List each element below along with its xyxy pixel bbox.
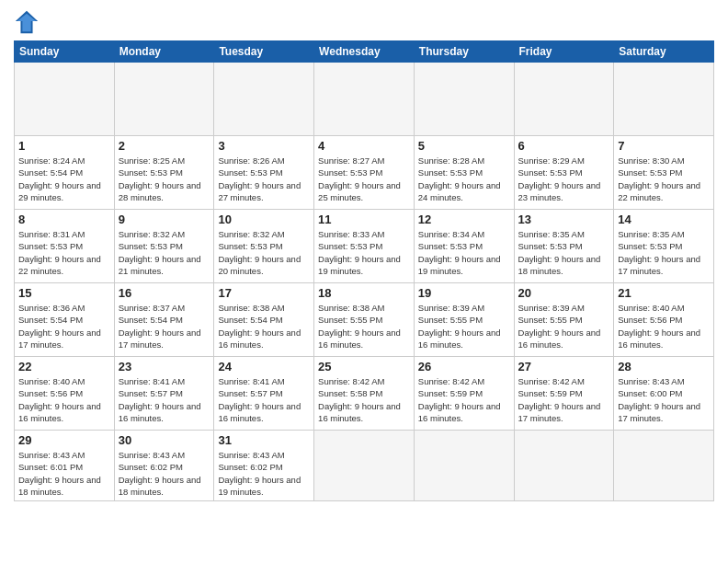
day-info: Sunrise: 8:40 AMSunset: 5:56 PMDaylight:… [618, 302, 710, 350]
day-number: 9 [119, 213, 210, 226]
day-number: 23 [119, 360, 210, 373]
day-number: 25 [318, 360, 410, 373]
day-number: 15 [18, 286, 110, 300]
day-info: Sunrise: 8:42 AMSunset: 5:59 PMDaylight:… [518, 375, 610, 424]
calendar-cell: 25Sunrise: 8:42 AMSunset: 5:58 PMDayligh… [314, 357, 415, 431]
day-header-monday: Monday [114, 41, 214, 63]
day-info: Sunrise: 8:24 AMSunset: 5:54 PMDaylight:… [18, 155, 110, 203]
calendar-cell: 11Sunrise: 8:33 AMSunset: 5:53 PMDayligh… [314, 210, 415, 283]
day-info: Sunrise: 8:37 AMSunset: 5:54 PMDaylight:… [119, 302, 210, 350]
calendar-cell: 29Sunrise: 8:43 AMSunset: 6:01 PMDayligh… [15, 431, 115, 501]
calendar-cell: 5Sunrise: 8:28 AMSunset: 5:53 PMDaylight… [414, 136, 514, 210]
calendar-cell: 3Sunrise: 8:26 AMSunset: 5:53 PMDaylight… [214, 136, 314, 210]
day-header-wednesday: Wednesday [314, 41, 415, 63]
day-number: 13 [518, 213, 610, 226]
calendar-cell: 30Sunrise: 8:43 AMSunset: 6:02 PMDayligh… [114, 431, 214, 501]
day-info: Sunrise: 8:43 AMSunset: 6:00 PMDaylight:… [618, 375, 710, 424]
day-info: Sunrise: 8:40 AMSunset: 5:56 PMDaylight:… [18, 375, 110, 424]
calendar-cell [614, 431, 714, 501]
calendar-cell: 24Sunrise: 8:41 AMSunset: 5:57 PMDayligh… [214, 357, 314, 431]
calendar-cell: 6Sunrise: 8:29 AMSunset: 5:53 PMDaylight… [514, 136, 614, 210]
day-info: Sunrise: 8:34 AMSunset: 5:53 PMDaylight:… [418, 228, 510, 277]
day-info: Sunrise: 8:35 AMSunset: 5:53 PMDaylight:… [518, 228, 610, 277]
calendar-cell: 18Sunrise: 8:38 AMSunset: 5:55 PMDayligh… [314, 283, 415, 357]
day-number: 18 [318, 286, 410, 300]
calendar-cell: 4Sunrise: 8:27 AMSunset: 5:53 PMDaylight… [314, 136, 415, 210]
calendar-cell: 19Sunrise: 8:39 AMSunset: 5:55 PMDayligh… [414, 283, 514, 357]
day-number: 4 [318, 139, 410, 153]
calendar-cell: 27Sunrise: 8:42 AMSunset: 5:59 PMDayligh… [514, 357, 614, 431]
header [14, 9, 714, 35]
week-row-3: 15Sunrise: 8:36 AMSunset: 5:54 PMDayligh… [15, 283, 714, 357]
day-info: Sunrise: 8:38 AMSunset: 5:54 PMDaylight:… [218, 302, 310, 350]
day-number: 3 [218, 139, 310, 153]
day-header-sunday: Sunday [15, 41, 115, 63]
calendar-cell: 28Sunrise: 8:43 AMSunset: 6:00 PMDayligh… [614, 357, 714, 431]
calendar-cell: 26Sunrise: 8:42 AMSunset: 5:59 PMDayligh… [414, 357, 514, 431]
calendar-cell: 22Sunrise: 8:40 AMSunset: 5:56 PMDayligh… [15, 357, 115, 431]
day-number: 20 [518, 286, 610, 300]
calendar-header: SundayMondayTuesdayWednesdayThursdayFrid… [15, 41, 714, 63]
day-header-tuesday: Tuesday [214, 41, 314, 63]
day-info: Sunrise: 8:32 AMSunset: 5:53 PMDaylight:… [119, 228, 210, 277]
day-number: 30 [119, 433, 210, 447]
day-number: 2 [119, 139, 210, 153]
calendar-cell [15, 63, 115, 136]
calendar-cell: 7Sunrise: 8:30 AMSunset: 5:53 PMDaylight… [614, 136, 714, 210]
day-info: Sunrise: 8:41 AMSunset: 5:57 PMDaylight:… [119, 375, 210, 424]
calendar-cell: 21Sunrise: 8:40 AMSunset: 5:56 PMDayligh… [614, 283, 714, 357]
calendar-cell: 1Sunrise: 8:24 AMSunset: 5:54 PMDaylight… [15, 136, 115, 210]
calendar-cell: 14Sunrise: 8:35 AMSunset: 5:53 PMDayligh… [614, 210, 714, 283]
day-number: 6 [518, 139, 610, 153]
calendar-cell: 12Sunrise: 8:34 AMSunset: 5:53 PMDayligh… [414, 210, 514, 283]
day-number: 22 [18, 360, 110, 373]
calendar-cell: 8Sunrise: 8:31 AMSunset: 5:53 PMDaylight… [15, 210, 115, 283]
calendar-cell: 31Sunrise: 8:43 AMSunset: 6:02 PMDayligh… [214, 431, 314, 501]
day-info: Sunrise: 8:30 AMSunset: 5:53 PMDaylight:… [618, 155, 710, 203]
day-number: 31 [218, 433, 310, 447]
day-info: Sunrise: 8:35 AMSunset: 5:53 PMDaylight:… [618, 228, 710, 277]
day-number: 1 [18, 139, 110, 153]
day-number: 24 [218, 360, 310, 373]
svg-marker-1 [17, 14, 37, 32]
day-info: Sunrise: 8:27 AMSunset: 5:53 PMDaylight:… [318, 155, 410, 203]
calendar-cell [514, 431, 614, 501]
day-number: 17 [218, 286, 310, 300]
calendar-cell [114, 63, 214, 136]
calendar-table: SundayMondayTuesdayWednesdayThursdayFrid… [14, 40, 714, 501]
day-number: 19 [418, 286, 510, 300]
day-info: Sunrise: 8:26 AMSunset: 5:53 PMDaylight:… [218, 155, 310, 203]
logo [14, 9, 41, 35]
day-header-thursday: Thursday [414, 41, 514, 63]
day-info: Sunrise: 8:39 AMSunset: 5:55 PMDaylight:… [418, 302, 510, 350]
day-number: 11 [318, 213, 410, 226]
day-info: Sunrise: 8:43 AMSunset: 6:02 PMDaylight:… [119, 449, 210, 498]
calendar-cell: 16Sunrise: 8:37 AMSunset: 5:54 PMDayligh… [114, 283, 214, 357]
day-number: 12 [418, 213, 510, 226]
day-number: 16 [119, 286, 210, 300]
calendar-cell: 13Sunrise: 8:35 AMSunset: 5:53 PMDayligh… [514, 210, 614, 283]
calendar-cell [414, 63, 514, 136]
week-row-2: 8Sunrise: 8:31 AMSunset: 5:53 PMDaylight… [15, 210, 714, 283]
day-info: Sunrise: 8:31 AMSunset: 5:53 PMDaylight:… [18, 228, 110, 277]
day-info: Sunrise: 8:25 AMSunset: 5:53 PMDaylight:… [119, 155, 210, 203]
day-info: Sunrise: 8:32 AMSunset: 5:53 PMDaylight:… [218, 228, 310, 277]
day-header-friday: Friday [514, 41, 614, 63]
day-info: Sunrise: 8:29 AMSunset: 5:53 PMDaylight:… [518, 155, 610, 203]
week-row-5: 29Sunrise: 8:43 AMSunset: 6:01 PMDayligh… [15, 431, 714, 501]
page-container: SundayMondayTuesdayWednesdayThursdayFrid… [0, 0, 728, 563]
calendar-cell: 9Sunrise: 8:32 AMSunset: 5:53 PMDaylight… [114, 210, 214, 283]
calendar-cell: 20Sunrise: 8:39 AMSunset: 5:55 PMDayligh… [514, 283, 614, 357]
day-info: Sunrise: 8:33 AMSunset: 5:53 PMDaylight:… [318, 228, 410, 277]
day-info: Sunrise: 8:28 AMSunset: 5:53 PMDaylight:… [418, 155, 510, 203]
calendar-cell: 10Sunrise: 8:32 AMSunset: 5:53 PMDayligh… [214, 210, 314, 283]
week-row-4: 22Sunrise: 8:40 AMSunset: 5:56 PMDayligh… [15, 357, 714, 431]
day-info: Sunrise: 8:39 AMSunset: 5:55 PMDaylight:… [518, 302, 610, 350]
day-number: 26 [418, 360, 510, 373]
day-number: 5 [418, 139, 510, 153]
calendar-cell [314, 63, 415, 136]
calendar-cell [614, 63, 714, 136]
day-number: 27 [518, 360, 610, 373]
calendar-cell: 23Sunrise: 8:41 AMSunset: 5:57 PMDayligh… [114, 357, 214, 431]
day-number: 8 [18, 213, 110, 226]
